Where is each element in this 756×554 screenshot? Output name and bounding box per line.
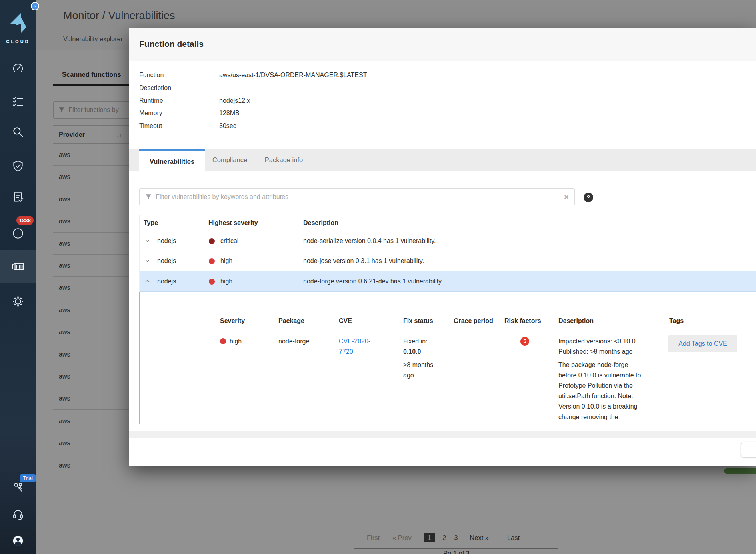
field-label-function: Function: [139, 70, 215, 80]
cell-severity: high: [220, 271, 232, 292]
cell-severity: high: [220, 251, 232, 271]
modal-footer-band: [129, 431, 756, 438]
cve-link[interactable]: CVE-2020-7720: [339, 336, 378, 357]
description-body: The package node-forge before 0.10.0 is …: [558, 360, 646, 422]
sidebar-item-alerts[interactable]: [0, 227, 36, 240]
scroll-corner-button[interactable]: [741, 442, 756, 458]
vuln-row-high-forge-expanded[interactable]: nodejs high node-forge version 0.6.21-de…: [140, 271, 756, 292]
chevron-down-icon[interactable]: [145, 239, 150, 242]
detail-description: Impacted versions: <0.10.0 Published: >8…: [558, 336, 646, 422]
vuln-row-critical[interactable]: nodejs critical node-serialize version 0…: [140, 231, 756, 251]
sidebar-expand-button[interactable]: ›: [31, 2, 39, 10]
sidebar-item-settings[interactable]: [0, 295, 36, 308]
detail-col-severity: Severity: [220, 317, 245, 325]
field-label-description: Description: [139, 83, 215, 93]
alerts-count-badge: 1888: [16, 216, 34, 225]
tab-compliance[interactable]: Compliance: [205, 149, 255, 171]
detail-col-fix-status: Fix status: [403, 317, 433, 325]
sidebar-item-checklist[interactable]: [0, 95, 36, 108]
detail-col-risk-factors: Risk factors: [504, 317, 541, 325]
cell-description: node-jose version 0.3.1 has 1 vulnerabil…: [303, 251, 424, 271]
cloud-logo: CLOUD: [0, 12, 36, 44]
field-value-function: aws/us-east-1/DVSA-ORDER-MANAGER:$LATEST: [219, 70, 367, 80]
col-description: Description: [303, 215, 338, 231]
impacted-versions: Impacted versions: <0.10.0: [558, 336, 646, 347]
account-icon: [12, 534, 24, 547]
support-headset-icon: [12, 508, 24, 521]
alerts-icon: [12, 227, 24, 240]
detail-col-grace-period: Grace period: [454, 317, 493, 325]
severity-dot-critical: [209, 238, 215, 244]
dashboard-gauge-icon: [12, 62, 24, 75]
detail-package: node-forge: [278, 336, 309, 347]
fix-age: >8 months ago: [403, 360, 438, 381]
vulnerabilities-filter-input[interactable]: [156, 193, 560, 201]
clear-filter-icon[interactable]: ×: [564, 193, 569, 201]
sidebar-item-search[interactable]: [0, 126, 36, 138]
chevron-up-icon[interactable]: [145, 280, 150, 283]
detail-severity: high: [220, 336, 242, 347]
detail-col-tags: Tags: [669, 317, 684, 325]
logo-text: CLOUD: [0, 39, 36, 44]
cell-type: nodejs: [157, 251, 176, 271]
detail-col-package: Package: [278, 317, 304, 325]
chevron-down-icon[interactable]: [145, 259, 150, 262]
severity-dot-high: [209, 279, 215, 285]
field-label-runtime: Runtime: [139, 96, 215, 106]
logo-mark-icon: [8, 12, 28, 35]
add-tags-to-cve-button[interactable]: Add Tags to CVE: [668, 335, 737, 352]
expanded-vulnerability-panel: Severity Package CVE Fix status Grace pe…: [139, 292, 756, 424]
field-label-memory: Memory: [139, 108, 215, 118]
trial-badge: Trial: [20, 474, 36, 482]
help-icon[interactable]: ?: [584, 193, 593, 202]
sidebar: CLOUD 1888: [0, 0, 36, 554]
report-doc-icon: [12, 191, 24, 204]
sidebar-item-reports[interactable]: [0, 191, 36, 204]
settings-gear-icon: [12, 295, 24, 308]
keys-icon: [12, 482, 24, 494]
cell-severity: critical: [220, 231, 238, 251]
cell-type: nodejs: [157, 271, 176, 292]
cell-description: node-serialize version 0.0.4 has 1 vulne…: [303, 231, 436, 251]
function-details-modal: Function details Function aws/us-east-1/…: [129, 28, 756, 466]
sidebar-item-dashboard[interactable]: [0, 62, 36, 75]
sidebar-item-support[interactable]: [0, 508, 36, 521]
published: Published: >8 months ago: [558, 347, 646, 357]
severity-dot-high: [209, 258, 215, 264]
risk-factors-badge[interactable]: 5: [520, 337, 529, 346]
cell-description: node-forge version 0.6.21-dev has 1 vuln…: [303, 271, 443, 292]
modal-header: Function details: [129, 28, 756, 61]
detail-col-cve: CVE: [339, 317, 352, 325]
containers-icon: [11, 260, 25, 273]
detail-col-description: Description: [558, 317, 594, 325]
vuln-row-high-jose[interactable]: nodejs high node-jose version 0.3.1 has …: [140, 251, 756, 271]
shield-check-icon: [12, 160, 24, 173]
tab-vulnerabilities[interactable]: Vulnerabilities: [139, 149, 205, 171]
checklist-icon: [12, 95, 24, 108]
fix-version: 0.10.0: [403, 347, 438, 357]
cell-type: nodejs: [157, 231, 176, 251]
vulnerabilities-filter[interactable]: ×: [139, 188, 575, 205]
field-value-timeout: 30sec: [219, 121, 236, 131]
vuln-table-header: Type Highest severity Description: [140, 215, 756, 231]
app-root: CLOUD 1888: [0, 0, 756, 554]
modal-tabbar: Vulnerabilities Compliance Package info: [129, 149, 756, 171]
col-type: Type: [144, 215, 158, 231]
detail-fix-status: Fixed in: 0.10.0 >8 months ago: [403, 336, 438, 381]
field-value-runtime: nodejs12.x: [219, 96, 250, 106]
sidebar-item-containers[interactable]: [0, 260, 36, 273]
severity-dot-high: [220, 338, 226, 344]
vulnerabilities-table: Type Highest severity Description nodejs…: [139, 215, 756, 292]
tab-package-info[interactable]: Package info: [259, 149, 309, 171]
sidebar-item-account[interactable]: [0, 534, 36, 547]
sidebar-item-credentials[interactable]: [0, 482, 36, 494]
search-icon: [12, 126, 24, 138]
modal-title: Function details: [139, 39, 204, 49]
field-value-memory: 128MB: [219, 108, 240, 118]
filter-funnel-icon: [145, 194, 152, 200]
col-highest-severity: Highest severity: [208, 215, 258, 231]
field-label-timeout: Timeout: [139, 121, 215, 131]
sidebar-item-security[interactable]: [0, 160, 36, 173]
